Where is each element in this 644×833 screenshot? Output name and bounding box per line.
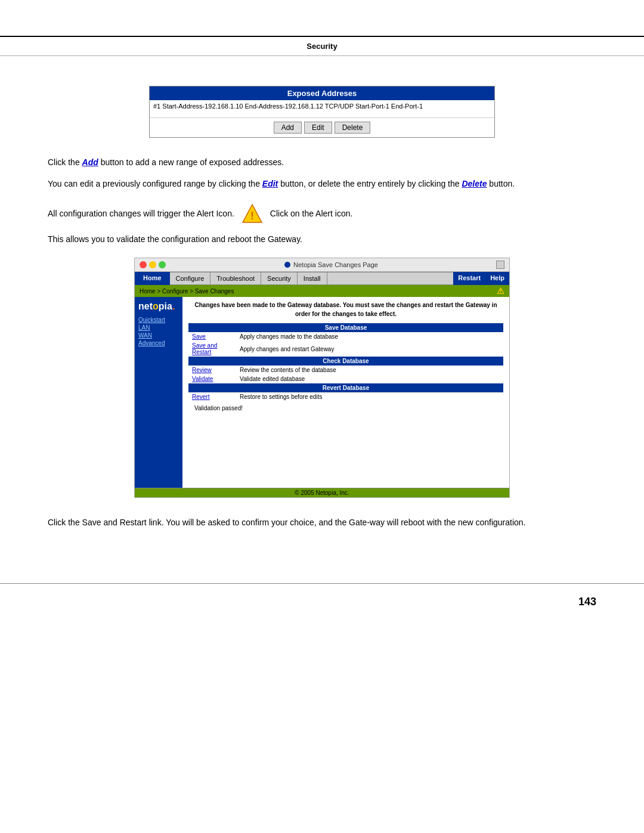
save-restart-row: Save and Restart Apply changes and resta… <box>188 341 503 357</box>
alert-pre-text: All configuration changes will trigger t… <box>48 207 234 220</box>
save-restart-link[interactable]: Save and Restart <box>188 341 236 357</box>
browser-dots <box>140 261 166 268</box>
browser-titlebar: Netopia Save Changes Page <box>135 258 509 272</box>
review-desc: Review the contents of the database <box>236 366 503 374</box>
exposed-addresses-buttons: Add Edit Delete <box>150 118 494 137</box>
bottom-post: link. You will be asked to confirm your … <box>147 518 526 527</box>
content-area: Exposed Addreses #1 Start-Address-192.16… <box>0 56 644 559</box>
nav-install[interactable]: Install <box>298 272 327 284</box>
validate-row: Validate Validate edited database <box>188 374 503 383</box>
revert-desc: Restore to settings before edits <box>236 392 503 401</box>
netopia-logo: netopia. <box>138 301 179 312</box>
edit-button[interactable]: Edit <box>304 122 332 134</box>
main-notice: Changes have been made to the Gateway da… <box>188 301 503 318</box>
sidebar-advanced[interactable]: Advanced <box>138 340 179 346</box>
dot-yellow <box>149 261 156 268</box>
save-row: Save Apply changes made to the database <box>188 332 503 341</box>
dot-green <box>159 261 166 268</box>
review-link[interactable]: Review <box>188 366 236 374</box>
add-button[interactable]: Add <box>274 122 302 134</box>
logo-o: o <box>153 301 159 311</box>
browser-footer: © 2005 Netopia, Inc. <box>135 488 509 497</box>
nav-middle: Configure Troubleshoot Security Install <box>170 272 454 285</box>
bottom-pre: Click the <box>48 518 82 527</box>
paragraph-3: This allows you to validate the configur… <box>48 233 596 246</box>
review-row: Review Review the contents of the databa… <box>188 366 503 374</box>
exposed-addresses-box: Exposed Addreses #1 Start-Address-192.16… <box>149 86 495 138</box>
check-database-header-row: Check Database <box>188 357 503 366</box>
para1-post: button to add a new range of exposed add… <box>98 157 284 167</box>
browser-body: netopia. Quickstart LAN WAN Advanced Cha… <box>135 297 509 488</box>
browser-sidebar: netopia. Quickstart LAN WAN Advanced <box>135 297 182 488</box>
alert-post-text: Click on the Alert icon. <box>270 207 353 220</box>
check-database-header: Check Database <box>188 357 503 366</box>
revert-row: Revert Restore to settings before edits <box>188 392 503 401</box>
edit-link[interactable]: Edit <box>262 179 278 188</box>
save-database-header-row: Save Database <box>188 323 503 332</box>
para1-pre: Click the <box>48 157 82 167</box>
nav-configure[interactable]: Configure <box>170 272 211 284</box>
sidebar-quickstart[interactable]: Quickstart <box>138 317 179 323</box>
paragraph-1: Click the Add button to add a new range … <box>48 156 596 169</box>
breadcrumb-bar: Home > Configure > Save Changes ⚠ <box>135 285 509 297</box>
nav-troubleshoot[interactable]: Troubleshoot <box>210 272 261 284</box>
exposed-addresses-entry: #1 Start-Address-192.168.1.10 End-Addres… <box>150 100 494 118</box>
save-link[interactable]: Save <box>188 332 236 341</box>
dot-red <box>140 261 147 268</box>
save-restart-link-text[interactable]: Save and Restart <box>82 518 147 527</box>
nav-home[interactable]: Home <box>135 272 170 285</box>
revert-database-header-row: Revert Database <box>188 383 503 392</box>
delete-link[interactable]: Delete <box>462 179 487 188</box>
validate-desc: Validate edited database <box>236 374 503 383</box>
validation-message: Validation passed! <box>188 401 503 415</box>
svg-point-2 <box>284 262 290 268</box>
alert-icon: ! <box>242 203 263 224</box>
nav-security[interactable]: Security <box>261 272 298 284</box>
validate-link[interactable]: Validate <box>188 374 236 383</box>
page-number: 143 <box>0 584 644 608</box>
para2-post: button. <box>487 179 515 188</box>
revert-link[interactable]: Revert <box>188 392 236 401</box>
nav-right: Restart Help <box>453 272 509 285</box>
netopia-favicon-icon <box>284 261 291 268</box>
browser-resize-icon <box>496 261 504 269</box>
database-table: Save Database Save Apply changes made to… <box>188 323 503 401</box>
add-link[interactable]: Add <box>82 157 98 167</box>
browser-title-text: Netopia Save Changes Page <box>284 261 378 268</box>
browser-window: Netopia Save Changes Page Home Configure… <box>134 258 510 498</box>
nav-bar: Home Configure Troubleshoot Security Ins… <box>135 272 509 285</box>
exposed-addresses-header: Exposed Addreses <box>150 86 494 100</box>
svg-text:!: ! <box>250 210 254 222</box>
delete-button[interactable]: Delete <box>335 122 371 134</box>
bottom-paragraph: Click the Save and Restart link. You wil… <box>48 516 596 529</box>
nav-restart[interactable]: Restart <box>453 272 485 285</box>
para2-mid: button, or delete the entry entirely by … <box>278 179 462 188</box>
breadcrumb-alert-icon: ⚠ <box>497 286 504 296</box>
alert-section: All configuration changes will trigger t… <box>48 203 596 224</box>
para2-pre: You can edit a previously configured ran… <box>48 179 262 188</box>
sidebar-wan[interactable]: WAN <box>138 332 179 339</box>
save-database-header: Save Database <box>188 323 503 332</box>
save-restart-desc: Apply changes and restart Gateway <box>236 341 503 357</box>
nav-help[interactable]: Help <box>485 272 509 285</box>
section-title: Security <box>0 37 644 56</box>
save-desc: Apply changes made to the database <box>236 332 503 341</box>
revert-database-header: Revert Database <box>188 383 503 392</box>
browser-main: Changes have been made to the Gateway da… <box>182 297 509 488</box>
paragraph-2: You can edit a previously configured ran… <box>48 177 596 190</box>
page-container: Security Exposed Addreses #1 Start-Addre… <box>0 36 644 833</box>
sidebar-lan[interactable]: LAN <box>138 324 179 331</box>
breadcrumb-text: Home > Configure > Save Changes <box>140 288 234 295</box>
